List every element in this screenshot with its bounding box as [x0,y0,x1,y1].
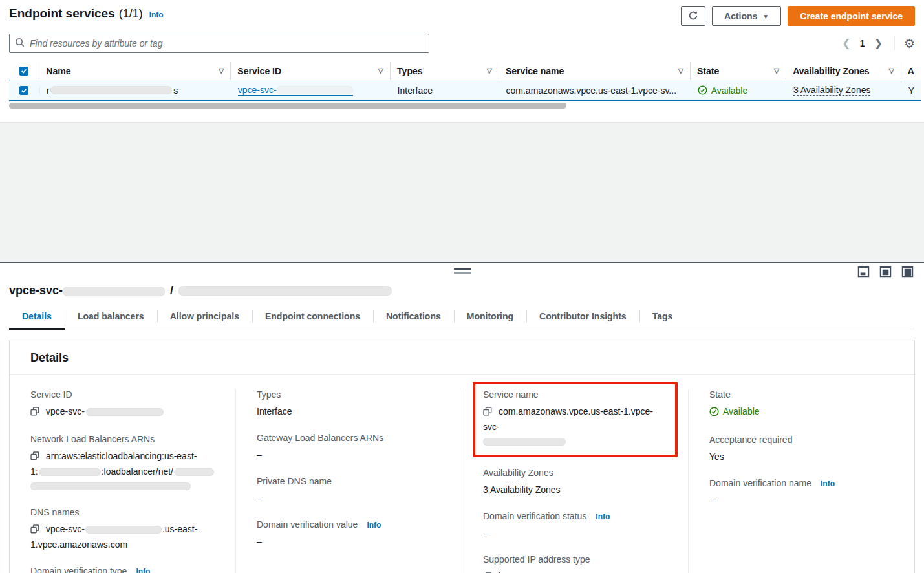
actions-button[interactable]: Actions ▼ [712,6,781,26]
tab-allow-principals[interactable]: Allow principals [157,305,252,329]
copy-icon[interactable] [483,405,492,420]
domain-verification-name-info-link[interactable]: Info [821,479,835,488]
redacted-text [483,438,566,446]
private-dns-name-value: – [257,491,441,505]
split-panel-drag-handle[interactable] [454,268,471,274]
domain-verification-name-value: – [709,493,894,507]
tab-notifications[interactable]: Notifications [373,305,454,329]
tab-monitoring[interactable]: Monitoring [454,305,526,329]
acceptance-required-value: Yes [709,449,894,464]
column-header-name[interactable]: Name ▽ [39,62,231,80]
horizontal-scrollbar[interactable] [9,103,921,109]
service-name-highlighted-field: Service name com.amazonaws.vpce.us-east-… [473,382,678,457]
sort-icon[interactable]: ▽ [486,67,491,75]
redacted-text [50,86,172,94]
check-circle-icon [698,85,707,95]
domain-verification-type-info-link[interactable]: Info [136,567,150,573]
column-header-service-id[interactable]: Service ID ▽ [231,62,391,80]
create-endpoint-service-button[interactable]: Create endpoint service [788,6,915,26]
supported-ip-type-label: Supported IP address type [483,554,667,565]
tab-load-balancers[interactable]: Load balancers [65,305,157,329]
page-title: Endpoint services [9,6,115,21]
cell-state: Available [691,85,787,96]
panel-size-full-button[interactable] [901,266,914,278]
column-header-state[interactable]: State ▽ [691,62,786,80]
service-id-link[interactable]: vpce-svc- [238,85,353,96]
copy-icon[interactable] [30,523,39,537]
result-count: (1/1) [119,7,143,21]
domain-verification-value-info-link[interactable]: Info [367,521,381,530]
dns-names-label: DNS names [30,507,215,517]
select-all-checkbox[interactable] [19,67,28,76]
details-column-3: Service name com.amazonaws.vpce.us-east-… [462,389,688,573]
redacted-text [85,526,162,534]
actions-label: Actions [724,11,757,21]
details-column-4: State Available Acceptance required Yes [688,389,914,573]
redacted-text [178,286,392,296]
copy-icon[interactable] [483,570,492,573]
domain-verification-status-value: – [483,526,667,540]
panel-size-small-button[interactable] [857,266,870,278]
row-checkbox[interactable] [19,86,28,95]
search-icon [15,38,25,49]
redacted-text [86,408,164,416]
endpoint-services-header-section: Endpoint services (1/1) Info Actions ▼ C… [0,0,924,122]
availability-zones-popover-link[interactable]: 3 Availability Zones [483,484,561,495]
column-header-service-name[interactable]: Service name ▽ [499,62,691,80]
redacted-text [277,86,353,94]
endpoint-services-table: Name ▽ Service ID ▽ Types ▽ Service name… [9,62,921,122]
copy-icon[interactable] [30,450,39,464]
sort-icon[interactable]: ▽ [888,67,894,75]
service-id-label: Service ID [30,389,215,400]
check-circle-icon [709,407,719,416]
types-label: Types [257,389,441,400]
availability-zones-popover-link[interactable]: 3 Availability Zones [793,85,871,96]
availability-zones-label: Availability Zones [483,468,667,478]
nlb-arns-label: Network Load Balancers ARNs [30,434,215,444]
tab-details[interactable]: Details [9,305,65,329]
domain-verification-status-label: Domain verification status [483,511,586,521]
table-row[interactable]: r s vpce-svc- Interface com.amazonaws.vp… [9,80,921,101]
search-input[interactable] [30,38,424,49]
tab-endpoint-connections[interactable]: Endpoint connections [252,305,373,329]
redacted-text [30,482,191,490]
sort-icon[interactable]: ▽ [219,67,224,75]
copy-icon[interactable] [30,405,39,420]
details-card: Details Service ID vpce-svc- Network Loa… [9,340,915,573]
tab-contributor-insights[interactable]: Contributor Insights [526,305,639,329]
column-header-availability-zones[interactable]: Availability Zones ▽ [786,62,901,80]
domain-verification-value-label: Domain verification value [257,519,358,530]
horizontal-scrollbar-thumb[interactable] [9,103,566,109]
state-label: State [709,389,894,400]
domain-verification-status-info-link[interactable]: Info [596,512,610,521]
settings-gear-button[interactable]: ⚙ [904,38,915,50]
details-column-2: Types Interface Gateway Load Balancers A… [235,389,462,573]
tab-tags[interactable]: Tags [639,305,686,329]
redacted-text [174,468,214,476]
title-info-link[interactable]: Info [149,10,164,19]
caret-down-icon: ▼ [762,13,769,20]
page-title-group: Endpoint services (1/1) Info [9,6,164,21]
page-number[interactable]: 1 [860,38,865,49]
service-name-label: Service name [483,389,667,400]
panel-size-medium-button[interactable] [879,266,892,278]
sort-icon[interactable]: ▽ [678,67,683,75]
domain-verification-value-value: – [257,534,441,548]
table-header-row: Name ▽ Service ID ▽ Types ▽ Service name… [9,62,921,80]
pagination-divider [894,36,895,50]
split-panel: vpce-svc- / Details Load balancers Allow… [0,262,924,573]
table-footer-space [9,109,921,122]
page-background-gap [0,122,924,262]
previous-page-button[interactable]: ❮ [839,37,853,50]
cell-service-id: vpce-svc- [231,85,391,96]
sort-icon[interactable]: ▽ [774,67,779,75]
column-header-acceptance[interactable]: A [901,62,921,80]
create-label: Create endpoint service [800,11,903,21]
cell-types: Interface [391,85,500,96]
next-page-button[interactable]: ❯ [872,37,885,50]
refresh-button[interactable] [681,6,705,26]
sort-icon[interactable]: ▽ [378,67,383,75]
redacted-text [39,468,101,476]
column-header-types[interactable]: Types ▽ [391,62,499,80]
search-box[interactable] [9,34,429,53]
